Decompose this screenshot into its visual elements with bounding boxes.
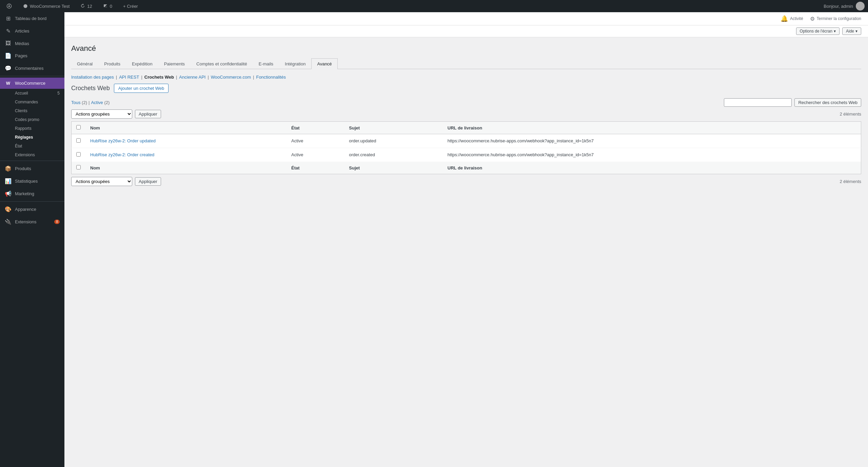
greeting: Bonjour, admin [824, 4, 853, 9]
subnav-woocommerce-com[interactable]: WooCommerce.com [211, 75, 251, 80]
marketing-icon: 📢 [5, 190, 12, 197]
extensions-badge: 8 [54, 220, 60, 224]
produits-icon: 📦 [5, 165, 12, 172]
settings-tabs: Général Produits Expédition Paiements Co… [71, 58, 861, 69]
submenu-reglages[interactable]: Réglages [0, 133, 64, 142]
webhook-search-input[interactable] [724, 98, 792, 107]
sidebar-item-marketing[interactable]: 📢 Marketing [0, 187, 64, 200]
activity-button[interactable]: 🔔 Activité [781, 15, 803, 22]
submenu-clients[interactable]: Clients [0, 106, 64, 115]
row2-url: https://woocommerce.hubrise-apps.com/web… [443, 148, 861, 162]
filter-active[interactable]: Active (2) [91, 100, 110, 105]
row2-link[interactable]: HubRise zy26w-2: Order created [90, 152, 154, 157]
tab-comptes[interactable]: Comptes et confidentialité [191, 58, 253, 69]
col-sujet-header: Sujet [344, 122, 443, 134]
sidebar-item-dashboard[interactable]: ⊞ Tableau de bord [0, 12, 64, 25]
screen-options-button[interactable]: Options de l'écran ▾ [796, 27, 840, 35]
medias-icon: 🖼 [5, 40, 12, 46]
tab-produits[interactable]: Produits [98, 58, 126, 69]
col-nom-header: Nom [85, 122, 287, 134]
col-url-header: URL de livraison [443, 122, 861, 134]
subnav-crochets-web[interactable]: Crochets Web [144, 75, 174, 80]
articles-icon: ✎ [5, 28, 12, 34]
comments-count[interactable]: 0 [100, 0, 115, 12]
sidebar-item-woocommerce[interactable]: W WooCommerce [0, 78, 64, 89]
subnav-install-pages[interactable]: Installation des pages [71, 75, 114, 80]
apparence-icon: 🎨 [5, 206, 12, 212]
row1-checkbox-cell [72, 134, 86, 148]
dashboard-icon: ⊞ [5, 15, 12, 22]
commentaires-icon: 💬 [5, 65, 12, 72]
filter-tous[interactable]: Tous (2) [71, 100, 87, 105]
extensions-icon: 🔌 [5, 219, 12, 225]
row1-url: https://woocommerce.hubrise-apps.com/web… [443, 134, 861, 148]
apply-bulk-top-button[interactable]: Appliquer [135, 110, 161, 118]
subnav-fonctionnalites[interactable]: Fonctionnalités [256, 75, 285, 80]
row2-checkbox[interactable] [76, 152, 81, 157]
apply-bulk-bottom-button[interactable]: Appliquer [135, 177, 161, 186]
wp-logo-icon[interactable] [3, 0, 15, 12]
statistiques-icon: 📊 [5, 178, 12, 184]
sidebar-item-extensions2[interactable]: 🔌 Extensions 8 [0, 216, 64, 228]
row2-nom: HubRise zy26w-2: Order created [85, 148, 287, 162]
submenu-extensions[interactable]: Extensions [0, 150, 64, 159]
help-button[interactable]: Aide ▾ [842, 27, 861, 35]
subnav-api-rest[interactable]: API REST [119, 75, 139, 80]
submenu-rapports[interactable]: Rapports [0, 124, 64, 133]
tab-general[interactable]: Général [71, 58, 98, 69]
sidebar-item-pages[interactable]: 📄 Pages [0, 49, 64, 62]
col-check-footer [72, 162, 86, 174]
tab-integration[interactable]: Intégration [279, 58, 311, 69]
col-etat-header: État [287, 122, 344, 134]
submenu-etat[interactable]: État [0, 142, 64, 150]
table-row: HubRise zy26w-2: Order created Active or… [72, 148, 861, 162]
tab-avance[interactable]: Avancé [311, 58, 337, 69]
row1-sujet: order.updated [344, 134, 443, 148]
submenu-commandes[interactable]: Commandes [0, 98, 64, 106]
bulk-actions-select-top[interactable]: Actions groupées Supprimer [71, 109, 132, 119]
select-all-checkbox-bottom[interactable] [76, 165, 81, 169]
col-etat-footer: État [287, 162, 344, 174]
bulk-actions-select-bottom[interactable]: Actions groupées Supprimer [71, 177, 132, 186]
row1-checkbox[interactable] [76, 138, 81, 143]
row2-checkbox-cell [72, 148, 86, 162]
sidebar-item-commentaires[interactable]: 💬 Commentaires [0, 62, 64, 75]
submenu-codes-promo[interactable]: Codes promo [0, 115, 64, 124]
activity-icon: 🔔 [781, 15, 788, 22]
col-url-footer: URL de livraison [443, 162, 861, 174]
top-tablenav: Tous (2) | Active (2) Rechercher des cro… [71, 98, 861, 107]
row1-nom: HubRise zy26w-2: Order updated [85, 134, 287, 148]
col-sujet-footer: Sujet [344, 162, 443, 174]
sidebar-item-articles[interactable]: ✎ Articles [0, 25, 64, 37]
accueil-badge: 5 [57, 91, 60, 96]
add-webhook-button[interactable]: Ajouter un crochet Web [114, 84, 169, 93]
woocommerce-icon: W [5, 81, 12, 86]
site-name[interactable]: WooCommerce Test [20, 0, 72, 12]
tab-paiements[interactable]: Paiements [158, 58, 191, 69]
tab-expedition[interactable]: Expédition [126, 58, 158, 69]
sidebar-item-produits[interactable]: 📦 Produits [0, 162, 64, 175]
search-webhooks-button[interactable]: Rechercher des crochets Web [794, 98, 861, 107]
sidebar-item-medias[interactable]: 🖼 Médias [0, 37, 64, 49]
page-title: Avancé [71, 44, 861, 53]
col-check-header [72, 122, 86, 134]
create-button[interactable]: + Créer [120, 0, 141, 12]
sidebar-item-apparence[interactable]: 🎨 Apparence [0, 203, 64, 216]
finish-config-button[interactable]: ⚙ Terminer la configuration [810, 16, 861, 22]
row1-etat: Active [287, 134, 344, 148]
admin-avatar [856, 2, 865, 11]
updates-count[interactable]: 12 [78, 0, 95, 12]
filter-links: Tous (2) | Active (2) [71, 100, 110, 105]
sidebar-item-statistiques[interactable]: 📊 Statistiques [0, 175, 64, 187]
elements-count-bottom: 2 éléments [840, 179, 861, 184]
select-all-checkbox-top[interactable] [76, 125, 81, 129]
row2-etat: Active [287, 148, 344, 162]
row1-link[interactable]: HubRise zy26w-2: Order updated [90, 138, 156, 143]
elements-count-top: 2 éléments [840, 111, 861, 117]
bottom-tablenav: Actions groupées Supprimer Appliquer 2 é… [71, 177, 861, 186]
submenu-accueil[interactable]: Accueil 5 [0, 89, 64, 98]
subnav: Installation des pages | API REST | Croc… [71, 75, 861, 80]
pages-icon: 📄 [5, 53, 12, 59]
subnav-ancienne-api[interactable]: Ancienne API [179, 75, 205, 80]
tab-emails[interactable]: E-mails [253, 58, 279, 69]
